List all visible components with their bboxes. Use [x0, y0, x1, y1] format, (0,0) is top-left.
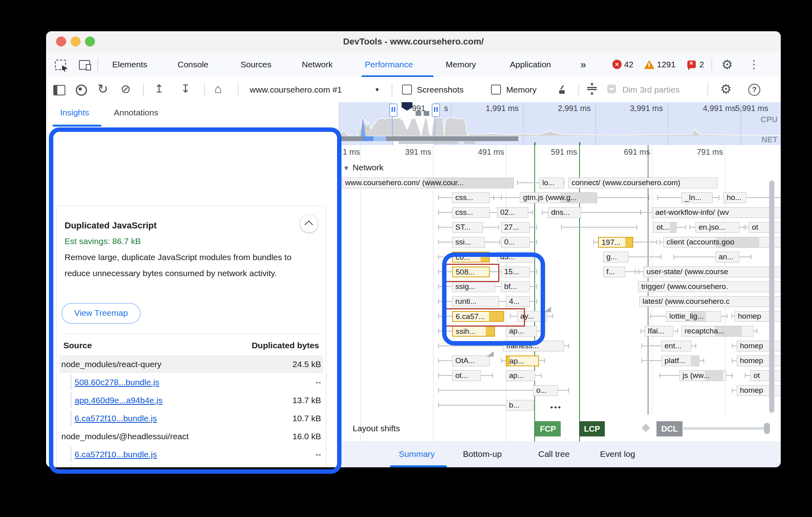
- device-toolbar-icon[interactable]: [79, 60, 90, 70]
- tab-application[interactable]: Application: [510, 52, 551, 77]
- tab-bottom-up[interactable]: Bottom-up: [463, 442, 502, 467]
- network-request-bar[interactable]: www.coursehero.com/ (www.cour...: [342, 178, 514, 188]
- network-request-bar[interactable]: ap...: [506, 370, 535, 381]
- view-treemap-button[interactable]: View Treemap: [61, 303, 141, 324]
- duplicated-js-insight-card[interactable]: Duplicated JavaScript Est savings: 86.7 …: [56, 206, 326, 467]
- network-request-bar[interactable]: user-state/ (www.course: [643, 267, 781, 277]
- download-profile-icon[interactable]: ↧: [181, 77, 190, 102]
- table-row[interactable]: node_modules/@headlessui/react16.0 kB: [59, 427, 323, 445]
- help-icon[interactable]: ?: [748, 84, 760, 96]
- network-request-bar[interactable]: recaptcha...: [681, 326, 753, 337]
- network-request-bar[interactable]: ot: [750, 370, 781, 381]
- network-request-bar[interactable]: d3...: [497, 252, 533, 263]
- record-icon[interactable]: [76, 85, 87, 96]
- tab-event-log[interactable]: Event log: [600, 442, 635, 467]
- bundle-link-row[interactable]: 508.60c278...bundle.js12.3 kB: [59, 463, 323, 467]
- collapse-insight-button[interactable]: [300, 215, 318, 232]
- network-request-bar[interactable]: ssih...: [452, 326, 495, 337]
- network-request-bar[interactable]: 15...: [501, 267, 530, 277]
- network-request-bar[interactable]: ssig...: [452, 281, 495, 292]
- issues-icon[interactable]: [687, 61, 696, 68]
- vertical-scrollbar[interactable]: [769, 180, 774, 413]
- kebab-menu-icon[interactable]: ⋮: [748, 52, 759, 77]
- network-request-bar[interactable]: co...: [452, 252, 490, 263]
- bundle-link-row[interactable]: 508.60c278...bundle.js--: [59, 373, 323, 391]
- inspect-element-icon[interactable]: [55, 60, 66, 70]
- network-request-bar[interactable]: css...: [452, 192, 490, 203]
- network-request-bar[interactable]: Ifai...: [644, 326, 673, 337]
- tab-performance[interactable]: Performance: [365, 52, 413, 77]
- reload-record-icon[interactable]: ↻: [97, 77, 108, 102]
- network-request-bar[interactable]: latest/ (www.coursehero.c: [639, 296, 781, 307]
- warning-count[interactable]: 1291: [657, 52, 676, 77]
- clear-icon[interactable]: ⊘: [121, 77, 131, 102]
- network-request-bar[interactable]: ap...: [506, 355, 539, 366]
- bundle-link[interactable]: 6.ca572f10...bundle.js: [75, 409, 157, 427]
- capture-settings-gear-icon[interactable]: ⚙: [720, 77, 732, 102]
- layout-shifts-track[interactable]: Layout shifts FCP LCP DCL: [339, 415, 781, 442]
- history-dropdown[interactable]: www.coursehero.com #1: [250, 77, 342, 102]
- settings-gear-icon[interactable]: ⚙: [721, 52, 733, 77]
- network-request-bar[interactable]: client (accounts.goo: [663, 237, 781, 248]
- network-request-bar[interactable]: bf...: [501, 281, 530, 292]
- collapse-panel-icon[interactable]: ▼▲: [587, 83, 597, 95]
- network-request-bar[interactable]: dns...: [548, 207, 581, 218]
- network-request-bar[interactable]: ot...: [452, 370, 481, 381]
- bundle-link[interactable]: 6.ca572f10...bundle.js: [75, 445, 157, 463]
- network-request-bar[interactable]: b...: [506, 400, 534, 411]
- network-request-bar[interactable]: o...: [533, 385, 558, 396]
- bundle-link[interactable]: app.460d9e...a94b4e.js: [75, 391, 163, 409]
- network-request-bar[interactable]: ot: [749, 222, 781, 233]
- network-request-bar[interactable]: lo...: [539, 178, 564, 188]
- tab-console[interactable]: Console: [178, 52, 208, 77]
- toggle-sidebar-icon[interactable]: [53, 85, 65, 95]
- network-request-bar[interactable]: gtm.js (www.g...: [520, 192, 597, 203]
- network-request-bar[interactable]: 02...: [497, 207, 528, 218]
- bundle-link-row[interactable]: 6.ca572f10...bundle.js10.7 kB: [59, 409, 323, 427]
- network-request-bar[interactable]: ssi...: [452, 237, 485, 248]
- upload-profile-icon[interactable]: ↥: [154, 77, 164, 102]
- memory-checkbox[interactable]: [491, 85, 501, 95]
- dim-3rd-parties-checkbox[interactable]: [607, 85, 616, 93]
- network-request-bar[interactable]: 197...: [598, 237, 633, 248]
- network-request-bar[interactable]: platf...: [661, 355, 699, 366]
- issues-count[interactable]: 2: [699, 52, 704, 77]
- network-request-bar[interactable]: trigger/ (www.coursehero.: [638, 281, 781, 292]
- network-request-bar[interactable]: connect/ (www.coursehero.com): [568, 178, 717, 188]
- overflow-ellipsis[interactable]: •••: [550, 403, 562, 412]
- network-request-bar[interactable]: en.jso...: [695, 222, 739, 233]
- tab-call-tree[interactable]: Call tree: [538, 442, 570, 467]
- tab-network[interactable]: Network: [302, 52, 333, 77]
- network-request-bar[interactable]: _In...: [681, 192, 713, 203]
- network-request-bar[interactable]: 0...: [501, 237, 530, 248]
- tab-summary[interactable]: Summary: [399, 442, 435, 467]
- network-request-bar[interactable]: 27...: [501, 222, 530, 233]
- network-request-bar[interactable]: OtA...: [452, 355, 490, 366]
- module-source[interactable]: node_modules/@headlessui/react: [61, 427, 189, 445]
- network-flame-chart[interactable]: 1 ms391 ms491 ms591 ms691 ms791 ms ▼Netw…: [339, 145, 781, 415]
- warning-count-icon[interactable]: [644, 60, 654, 69]
- tab-annotations[interactable]: Annotations: [114, 108, 158, 117]
- bundle-link[interactable]: 508.60c278...bundle.js: [75, 463, 159, 467]
- network-request-bar[interactable]: runti...: [452, 296, 499, 307]
- lcp-badge[interactable]: LCP: [579, 421, 605, 436]
- module-source[interactable]: node_modules/react-query: [61, 355, 162, 373]
- tab-memory[interactable]: Memory: [446, 52, 476, 77]
- network-request-bar[interactable]: css...: [452, 207, 490, 218]
- tab-insights[interactable]: Insights: [60, 108, 89, 117]
- selection-right-handle[interactable]: [432, 103, 440, 117]
- network-request-bar[interactable]: js (ww...: [679, 370, 726, 381]
- bundle-link[interactable]: 508.60c278...bundle.js: [75, 373, 159, 391]
- network-request-bar[interactable]: Ifainess...: [503, 341, 564, 351]
- network-request-bar[interactable]: an...: [715, 252, 739, 263]
- network-request-bar[interactable]: ap...: [506, 326, 537, 337]
- network-request-bar[interactable]: ot...: [653, 222, 677, 233]
- bundle-link-row[interactable]: app.460d9e...a94b4e.js13.7 kB: [59, 391, 323, 409]
- network-section-header[interactable]: ▼Network: [343, 163, 384, 172]
- network-request-bar[interactable]: 4...: [506, 296, 530, 307]
- timeline-overview[interactable]: 991s1,991 ms2,991 ms3,991 ms4,991 ms5,99…: [339, 102, 781, 145]
- home-icon[interactable]: ⌂: [214, 77, 222, 102]
- garbage-collect-icon[interactable]: [558, 85, 567, 94]
- screenshots-checkbox[interactable]: [402, 85, 412, 95]
- network-request-bar[interactable]: aet-workflow-info/ (wv: [652, 207, 781, 218]
